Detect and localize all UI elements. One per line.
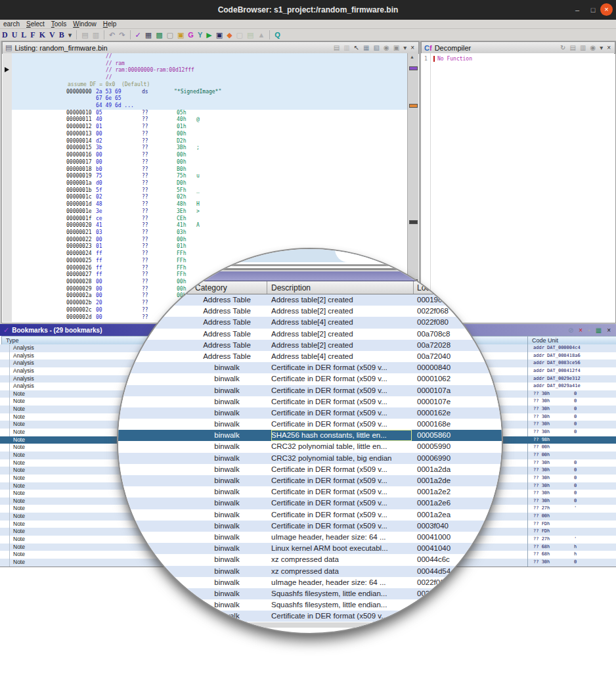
delete-icon[interactable]: × bbox=[576, 327, 585, 334]
lens-bookmark-row[interactable]: binwalkCertificate in DER format (x509 v… bbox=[118, 396, 502, 407]
bookmark-letter-button-v[interactable]: V bbox=[47, 30, 57, 40]
make-selection-icon[interactable]: ▦ bbox=[593, 327, 604, 334]
paste-icon[interactable]: ▤ bbox=[79, 30, 90, 40]
redo-icon[interactable]: ↷ bbox=[117, 30, 127, 40]
lens-bookmark-row[interactable]: binwalkxz compressed data00044c6c bbox=[118, 554, 502, 565]
menu-item-earch[interactable]: earch bbox=[0, 20, 23, 28]
listing-row[interactable]: 0000001b5f??5Fh_ bbox=[12, 187, 407, 195]
window-icon[interactable]: ▢ bbox=[234, 30, 245, 40]
undo-icon[interactable]: ↶ bbox=[107, 30, 117, 40]
bookmark-manager-icon[interactable]: ▣ bbox=[214, 30, 225, 40]
listing-row[interactable]: // bbox=[12, 53, 407, 60]
paste-special-icon[interactable]: ▥ bbox=[91, 30, 101, 40]
listing-row[interactable]: 0000002041??41hA bbox=[12, 222, 407, 229]
decompiler-panel-header[interactable]: Cf Decompiler ↻▤▥◉▾× bbox=[421, 41, 615, 54]
listing-row[interactable]: 0000002103??03h bbox=[12, 229, 407, 237]
paste-icon[interactable]: ▥ bbox=[341, 44, 351, 51]
listing-row[interactable]: 00000018b0??B0h bbox=[12, 166, 407, 174]
run-script-icon[interactable]: ▶ bbox=[204, 30, 213, 40]
listing-row[interactable]: 0000001300??00h bbox=[12, 131, 407, 138]
listing-row[interactable]: 0000002200??00h bbox=[12, 237, 407, 244]
listing-panel-header[interactable]: ▤ Listing: random_firmware.bin ▤▥↖▦▧◉▣▾× bbox=[2, 41, 419, 54]
scrollbar-marker[interactable] bbox=[409, 66, 418, 70]
dropdown-icon[interactable]: ▾ bbox=[401, 44, 408, 51]
lens-bookmark-row[interactable]: binwalkCertificate in DER format (x509 v… bbox=[118, 373, 502, 384]
lens-bookmark-row[interactable]: binwalkCertificate in DER format (x509 v… bbox=[118, 521, 502, 532]
lens-bookmark-row[interactable]: binwalkCertificate in DER format (x509 v… bbox=[118, 362, 502, 373]
listing-row[interactable]: 0000001140??40h@ bbox=[12, 116, 407, 124]
lens-bookmark-row[interactable]: binwalkCertificate in DER format (x509 v… bbox=[118, 611, 502, 622]
copy-icon[interactable]: ▤ bbox=[567, 44, 577, 51]
filter-icon[interactable]: ⊘ bbox=[565, 327, 576, 334]
lens-bookmark-row[interactable]: binwalkSquashfs filesystem, little endia… bbox=[118, 588, 502, 599]
export-icon[interactable]: ▲ bbox=[255, 30, 267, 40]
listing-row[interactable]: // bbox=[12, 74, 407, 81]
lens-bookmark-row[interactable]: Address TableAddress table[2] created00a… bbox=[118, 329, 502, 340]
close-button[interactable]: × bbox=[600, 3, 613, 16]
listing-row[interactable]: 0000001005??05h bbox=[12, 110, 407, 117]
listing-row[interactable]: 000000002a 53 69ds"*SignedImage*" bbox=[12, 89, 407, 96]
menu-item-select[interactable]: Select bbox=[23, 20, 48, 28]
bookmark-letter-button-b[interactable]: B bbox=[57, 30, 66, 40]
open-project-icon[interactable]: ▤ bbox=[245, 30, 255, 40]
close-icon[interactable]: × bbox=[408, 44, 416, 51]
listing-row[interactable]: 0000001c02??02h bbox=[12, 194, 407, 201]
decompiler-body[interactable]: 1 No Function bbox=[421, 53, 614, 321]
disabled-icon[interactable]: ▪ bbox=[585, 327, 593, 334]
lens-bookmark-row[interactable]: binwalkCertificate in DER format (x509 v… bbox=[118, 509, 502, 521]
listing-row[interactable]: 0000001700??00h bbox=[12, 159, 407, 166]
lens-bookmark-row[interactable]: binwalkCertificate in DER format (x509 v… bbox=[118, 475, 502, 486]
listing-row[interactable]: 0000001e3e??3Eh> bbox=[12, 208, 407, 216]
lens-bookmark-row[interactable]: binwalkuImage header, header size: 64 ..… bbox=[118, 532, 502, 543]
bookmark-letter-button-k[interactable]: K bbox=[37, 30, 47, 40]
dropdown-icon[interactable]: ▾ bbox=[66, 30, 74, 40]
clone-window-icon[interactable]: ▣ bbox=[391, 44, 401, 51]
listing-row[interactable]: 0000001d48??48hH bbox=[12, 201, 407, 208]
diff-apply-icon[interactable]: ▧ bbox=[371, 44, 381, 51]
dropdown-icon[interactable]: ▾ bbox=[598, 44, 605, 51]
lens-bookmark-row[interactable]: binwalkCertificate in DER format (x509 v… bbox=[118, 419, 502, 430]
scrollbar-marker[interactable] bbox=[409, 220, 418, 224]
symbol-tree-icon[interactable]: Y bbox=[196, 30, 204, 40]
listing-row[interactable]: 00000014d2??D2h bbox=[12, 138, 407, 145]
menu-item-help[interactable]: Help bbox=[100, 20, 120, 28]
lens-bookmark-row[interactable]: binwalkxz compressed data00044d54 bbox=[118, 566, 502, 577]
lens-bookmark-row[interactable]: binwalkuImage header, header size: 64 ..… bbox=[118, 577, 502, 588]
byte-viewer-icon[interactable]: ▣ bbox=[175, 30, 186, 40]
minimize-button[interactable]: – bbox=[573, 5, 582, 14]
lens-header-category[interactable]: Category bbox=[195, 282, 227, 294]
console-icon[interactable]: Q bbox=[273, 30, 282, 40]
listing-row[interactable]: 000000153b??3Bh; bbox=[12, 145, 407, 152]
snapshot-camera-icon[interactable]: ◉ bbox=[588, 44, 598, 51]
refresh-icon[interactable]: ↻ bbox=[558, 44, 567, 51]
close-icon[interactable]: × bbox=[605, 44, 613, 51]
listing-row[interactable]: 0000002301??01h bbox=[12, 243, 407, 250]
listing-row[interactable]: assume DF = 0x0 (Default) bbox=[12, 81, 407, 89]
lens-header-description[interactable]: Description bbox=[271, 282, 311, 294]
lens-bookmark-row[interactable]: Address TableAddress table[4] created00a… bbox=[118, 351, 502, 362]
listing-row[interactable]: 0000001600??00h bbox=[12, 152, 407, 159]
lens-bookmark-row[interactable]: Address TableAddress table[2] created00a… bbox=[118, 340, 502, 351]
close-icon[interactable]: × bbox=[604, 327, 613, 334]
bookmark-letter-button-u[interactable]: U bbox=[10, 30, 20, 40]
lens-bookmark-row[interactable]: Address TableAddress table[4] created002… bbox=[118, 317, 502, 328]
menu-item-tools[interactable]: Tools bbox=[48, 20, 70, 28]
bookmark-letter-button-d[interactable]: D bbox=[0, 30, 10, 40]
lens-bookmark-row[interactable]: Address TableAddress table[2] created002… bbox=[118, 306, 502, 317]
bookmark-letter-button-l[interactable]: L bbox=[19, 30, 28, 40]
menu-item-window[interactable]: Window bbox=[70, 20, 100, 28]
lens-bookmark-row[interactable]: binwalkCRC32 polynomial table, little en… bbox=[118, 441, 502, 452]
lens-bookmark-row[interactable]: binwalkCertificate in DER format (x509 v… bbox=[118, 385, 502, 396]
listing-row[interactable]: // ram bbox=[12, 60, 407, 68]
listing-row[interactable]: 0000001ad0??D0h bbox=[12, 180, 407, 187]
lens-bookmark-row[interactable]: binwalkSHA256 hash constants, little en.… bbox=[118, 430, 502, 441]
register-window-icon[interactable]: ▢ bbox=[165, 30, 175, 40]
lens-bookmark-row[interactable]: binwalkCRC32 polynomial table, big endia… bbox=[118, 453, 502, 464]
lens-bookmark-row[interactable]: binwalkLinux kernel ARM boot executabl..… bbox=[118, 543, 502, 554]
data-type-manager-icon[interactable]: ▩ bbox=[154, 30, 164, 40]
lens-bookmark-row[interactable]: binwalkCertificate in DER format (x509 v… bbox=[118, 464, 502, 475]
export-icon[interactable]: ▥ bbox=[578, 44, 588, 51]
copy-icon[interactable]: ▤ bbox=[332, 44, 341, 51]
listing-row[interactable]: // ram:00000000-ram:00d12fff bbox=[12, 67, 407, 74]
listing-row[interactable]: 0000001fce??CEh bbox=[12, 216, 407, 223]
